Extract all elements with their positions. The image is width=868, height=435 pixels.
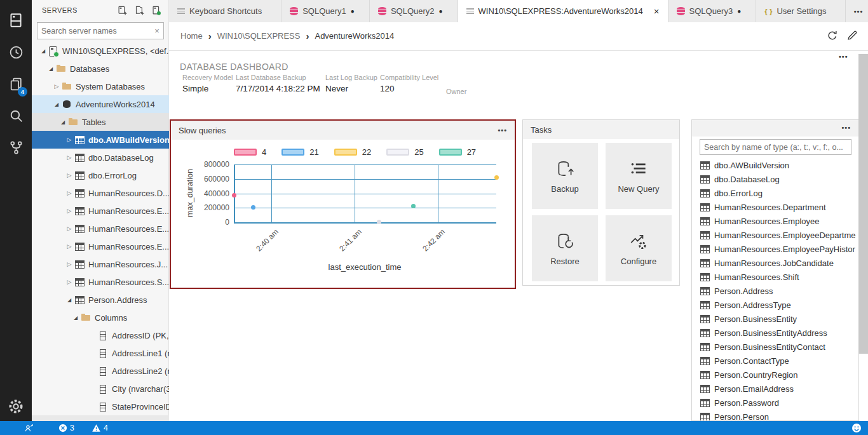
- legend-item[interactable]: 4: [234, 147, 266, 157]
- tree-row[interactable]: System Databases: [32, 77, 169, 95]
- table-list-item[interactable]: HumanResources.JobCandidate: [700, 256, 856, 270]
- active-connections-icon[interactable]: [151, 4, 162, 16]
- twistie-icon[interactable]: [71, 315, 81, 321]
- tree-row[interactable]: HumanResources.E...: [32, 238, 169, 255]
- tree-row[interactable]: HumanResources.D...: [32, 184, 169, 202]
- legend-item[interactable]: 25: [386, 147, 423, 157]
- backup-button[interactable]: Backup: [532, 143, 598, 209]
- connection-status-icon[interactable]: [24, 421, 34, 435]
- restore-button[interactable]: Restore: [532, 215, 598, 281]
- edit-pencil-icon[interactable]: [846, 29, 859, 42]
- new-query-button[interactable]: New Query: [606, 143, 672, 209]
- table-list-item[interactable]: HumanResources.Department: [700, 200, 856, 214]
- twistie-icon[interactable]: [51, 102, 62, 107]
- breadcrumb-database[interactable]: AdventureWorks2014: [315, 31, 394, 41]
- error-count[interactable]: 3: [58, 421, 74, 435]
- twistie-icon[interactable]: [64, 279, 74, 285]
- table-list-item[interactable]: HumanResources.Shift: [700, 270, 856, 284]
- sidebar-horizontal-scrollbar[interactable]: [32, 415, 169, 421]
- tree-row[interactable]: HumanResources.J...: [32, 255, 169, 273]
- twistie-icon[interactable]: [64, 172, 74, 178]
- tree-row[interactable]: StateProvinceID...: [32, 398, 169, 415]
- table-list-item[interactable]: dbo.AWBuildVersion: [700, 158, 856, 172]
- server-search-input[interactable]: [37, 27, 151, 36]
- twistie-icon[interactable]: [64, 297, 74, 303]
- legend-item[interactable]: 27: [439, 147, 476, 157]
- legend-item[interactable]: 22: [334, 147, 371, 157]
- tree-row[interactable]: HumanResources.E...: [32, 202, 169, 220]
- editor-tab[interactable]: SQLQuery3 ●: [668, 0, 757, 22]
- table-list-item[interactable]: Person.EmailAddress: [700, 382, 856, 396]
- twistie-icon[interactable]: [58, 119, 68, 125]
- refresh-icon[interactable]: [826, 29, 839, 42]
- twistie-icon[interactable]: [64, 137, 74, 143]
- editor-tab[interactable]: User Settings: [756, 0, 846, 22]
- breadcrumb-home[interactable]: Home: [180, 31, 203, 41]
- twistie-icon[interactable]: [64, 243, 74, 250]
- breadcrumb-server[interactable]: WIN10\SQLEXPRESS: [217, 31, 301, 41]
- tree-row[interactable]: City (nvarchar(3...: [32, 380, 169, 398]
- feedback-smiley-icon[interactable]: [851, 421, 862, 435]
- tree-row[interactable]: HumanResources.E...: [32, 220, 169, 238]
- legend-item[interactable]: 21: [281, 147, 318, 157]
- table-list-item[interactable]: Person.Password: [700, 396, 856, 410]
- editor-tab[interactable]: SQLQuery1 ●: [281, 0, 370, 22]
- warning-count[interactable]: 4: [92, 421, 108, 435]
- twistie-icon[interactable]: [46, 66, 56, 72]
- table-list-item[interactable]: Person.BusinessEntityAddress: [700, 326, 856, 340]
- servers-icon[interactable]: [0, 6, 32, 34]
- tree-row[interactable]: Tables: [32, 113, 169, 131]
- task-history-icon[interactable]: [0, 38, 32, 66]
- search-icon[interactable]: [0, 102, 32, 130]
- table-list-item[interactable]: Person.Address: [700, 284, 856, 298]
- dashboard-actions-ellipsis[interactable]: •••: [839, 53, 848, 60]
- table-list-item[interactable]: dbo.DatabaseLog: [700, 172, 856, 186]
- new-connection-icon[interactable]: [116, 4, 128, 16]
- twistie-icon[interactable]: [64, 190, 74, 196]
- tree-row[interactable]: HumanResources.S...: [32, 273, 169, 291]
- table-list-item[interactable]: dbo.ErrorLog: [700, 186, 856, 200]
- tree-row[interactable]: dbo.ErrorLog: [32, 166, 169, 184]
- configure-button[interactable]: Configure: [606, 215, 672, 281]
- table-list-item[interactable]: Person.BusinessEntity: [700, 312, 856, 326]
- tree-row[interactable]: AddressLine2 (n...: [32, 362, 169, 380]
- twistie-icon[interactable]: [64, 225, 74, 232]
- twistie-icon[interactable]: [64, 208, 74, 214]
- table-list-item[interactable]: Person.AddressType: [700, 298, 856, 312]
- open-editors-icon[interactable]: 4: [0, 70, 32, 98]
- tree-row[interactable]: Databases: [32, 60, 169, 77]
- editor-tab[interactable]: Keyboard Shortcuts: [169, 0, 281, 22]
- twistie-icon[interactable]: [51, 83, 62, 90]
- tree-row[interactable]: dbo.AWBuildVersion: [32, 131, 169, 149]
- tree-row[interactable]: AddressID (PK, i...: [32, 326, 169, 344]
- table-list-item[interactable]: HumanResources.EmployeeDepartme: [700, 228, 856, 242]
- settings-gear-icon[interactable]: [0, 392, 32, 420]
- table-list-item[interactable]: Person.Person: [700, 410, 856, 421]
- tree-row[interactable]: AddressLine1 (n...: [32, 344, 169, 362]
- object-search-input[interactable]: [700, 140, 851, 154]
- source-control-icon[interactable]: [0, 133, 32, 161]
- table-list-item[interactable]: Person.CountryRegion: [700, 368, 856, 382]
- tree-row[interactable]: AdventureWorks2014: [32, 95, 169, 113]
- table-list-item[interactable]: HumanResources.Employee: [700, 214, 856, 228]
- table-list-item[interactable]: Person.ContactType: [700, 354, 856, 368]
- widget-more-ellipsis[interactable]: •••: [841, 124, 851, 131]
- scrollbar-thumb[interactable]: [858, 54, 868, 354]
- widget-more-ellipsis[interactable]: •••: [498, 126, 507, 134]
- twistie-icon[interactable]: [64, 261, 74, 267]
- new-server-group-icon[interactable]: [133, 4, 145, 16]
- tree-row[interactable]: WIN10\SQLEXPRESS, <def...: [32, 42, 169, 60]
- tree-row[interactable]: Columns: [32, 309, 169, 326]
- editor-tab[interactable]: SQLQuery2 ●: [370, 0, 458, 22]
- clear-search-icon[interactable]: ×: [151, 26, 163, 36]
- task-button-label: Backup: [551, 184, 578, 194]
- table-list-item[interactable]: HumanResources.EmployeePayHistor: [700, 242, 856, 256]
- twistie-icon[interactable]: [64, 154, 74, 161]
- twistie-icon[interactable]: [38, 48, 48, 54]
- tree-row[interactable]: Person.Address: [32, 291, 169, 309]
- close-tab-button[interactable]: ×: [654, 6, 660, 17]
- tree-row[interactable]: dbo.DatabaseLog: [32, 149, 169, 166]
- table-list-item[interactable]: Person.BusinessEntityContact: [700, 340, 856, 354]
- tab-overflow-button[interactable]: •••: [849, 0, 868, 22]
- editor-tab[interactable]: WIN10\SQLEXPRESS:AdventureWorks2014 ×: [458, 0, 668, 22]
